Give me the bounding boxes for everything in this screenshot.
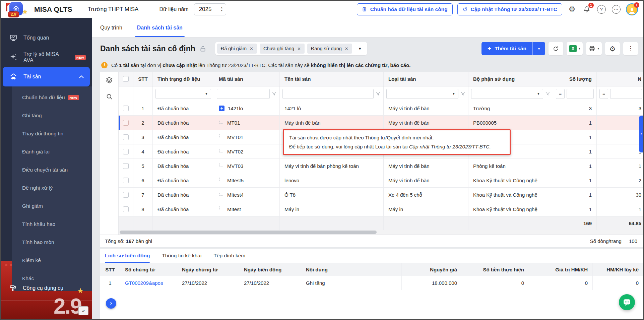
table-row[interactable]: 8 Đã chuẩn hóa MItest Máy in Máy in Khoa… (119, 202, 643, 216)
col-bo-phan[interactable]: Bộ phận sử dụng (468, 72, 553, 86)
more-actions-button[interactable]: ⋮ (623, 42, 638, 55)
tab-quy-trinh[interactable]: Quy trình (100, 18, 122, 37)
support-chat-button[interactable] (619, 294, 635, 310)
qty-filter-input[interactable] (567, 89, 594, 99)
layers-icon[interactable] (106, 76, 113, 84)
per-page-select[interactable]: 100 (629, 238, 637, 244)
col-stt[interactable]: STT (133, 72, 153, 86)
col-nguyen-gia[interactable]: N (597, 72, 643, 86)
col-so-luong[interactable]: Số lượng (553, 72, 597, 86)
expand-plus-icon[interactable]: + (219, 106, 224, 111)
print-button[interactable]: ▾ (586, 42, 602, 55)
dept-filter-select[interactable]: ▼ (471, 89, 543, 99)
chip-dropdown-icon[interactable]: ▼ (355, 47, 365, 51)
sidebar-item-cong-cu-dung-cu[interactable]: Công cụ dụng cụ (9, 284, 63, 292)
tab-lich-su-bien-dong[interactable]: Lịch sử biến động (105, 249, 150, 263)
settings-gear-icon[interactable]: ⚙ (567, 4, 577, 14)
tab-danh-sach-tai-san[interactable]: Danh sách tài sản (137, 18, 183, 37)
sidebar-subitem-tinh-khau-hao[interactable]: Tính khấu hao (12, 215, 92, 233)
table-row[interactable]: 6 Đã chuẩn hóa MItest5 lenovo Máy vi tín… (119, 173, 643, 188)
row-checkbox[interactable] (123, 120, 129, 126)
sidebar-subitem-thay-doi[interactable]: Thay đổi thông tin (12, 125, 92, 143)
sidebar-subitem-dieu-chuyen[interactable]: Điều chuyển tài sản (12, 161, 92, 179)
sidebar-subitem-kiem-ke[interactable]: Kiểm kê (12, 251, 92, 269)
history-row[interactable]: 1 GT000209&apos 27/10/2022 27/10/2022 Gh… (100, 276, 643, 290)
update-circular-button[interactable]: Cập nhật Thông tư 23/2023/TT-BTC (457, 3, 562, 15)
app-logo[interactable]: ★ 2.9 (6, 1, 29, 17)
row-checkbox[interactable] (123, 192, 129, 198)
sidebar-item-tro-ly-ava[interactable]: Trợ lý số MISA AVA NEW (1, 48, 92, 67)
filter-chip-chua-ghi-tang[interactable]: Chưa ghi tăng✕ (260, 44, 305, 54)
row-checkbox[interactable] (123, 206, 129, 212)
col-loai-tai-san[interactable]: Loại tài sản (384, 72, 468, 86)
tab-tep-dinh-kem[interactable]: Tệp đính kèm (213, 249, 245, 263)
cost-filter-input[interactable] (610, 89, 642, 99)
funnel-icon[interactable] (545, 91, 550, 96)
row-checkbox[interactable] (123, 163, 129, 169)
sidebar-item-tai-san[interactable]: Tài sản (3, 67, 90, 86)
unlock-icon[interactable] (199, 45, 206, 52)
sidebar-item-tong-quan[interactable]: Tổng quan (1, 28, 92, 48)
funnel-icon[interactable] (272, 91, 277, 96)
cell-cost: 1 (597, 159, 643, 173)
row-checkbox[interactable] (123, 149, 129, 154)
horizontal-scrollbar[interactable] (119, 230, 643, 235)
org-name[interactable]: Trường THPT MISA (88, 6, 139, 13)
export-excel-button[interactable]: X ▾ (567, 42, 583, 55)
sidebar-subitem-tinh-hao-mon[interactable]: Tính hao mòn (12, 233, 92, 251)
name-filter-input[interactable] (282, 89, 374, 99)
status-filter-select[interactable]: ▼ (155, 89, 211, 99)
expand-panel-button[interactable]: › (106, 298, 116, 309)
tooltip-circular-link[interactable]: Cập nhật Thông tư 23/2023/TT-BTC. (409, 144, 491, 149)
qty-operator-button[interactable]: = (556, 89, 565, 99)
col-ten-tai-san[interactable]: Tên tài sản (280, 72, 384, 86)
sidebar-subitem-chuan-hoa[interactable]: Chuẩn hóa dữ liệuNEW (12, 88, 92, 107)
user-avatar[interactable]: 1 (626, 3, 638, 15)
side-panel-toggle[interactable]: ‹ (639, 116, 643, 152)
print-dropdown-icon[interactable]: ▾ (597, 47, 599, 50)
row-checkbox[interactable] (123, 134, 129, 140)
filter-chip-dang-su-dung[interactable]: Đang sử dụng✕ (307, 44, 352, 54)
col-hmkh-luy-ke: HM/KH lũy kế (593, 263, 643, 276)
sidebar-subitem-ghi-tang[interactable]: Ghi tăng (12, 107, 92, 125)
table-row[interactable]: 1 Đã chuẩn hóa +1421lo 1421 lô Máy vi tí… (119, 101, 643, 116)
filter-chip-da-ghi-giam[interactable]: Đã ghi giảm✕ (217, 44, 257, 54)
spin-down-icon[interactable]: ▼ (220, 9, 223, 12)
chip-close-icon[interactable]: ✕ (345, 46, 348, 51)
row-checkbox[interactable] (123, 106, 129, 111)
more-menu-icon[interactable]: ⋯ (611, 4, 621, 14)
help-icon[interactable]: ? (596, 4, 606, 14)
spin-up-icon[interactable]: ▲ (220, 6, 223, 9)
table-row[interactable]: 5 Đã chuẩn hóa MVT03 Máy vi tính để bàn … (119, 159, 643, 173)
add-asset-button[interactable]: +Thêm tài sản (481, 42, 532, 55)
sidebar-subitem-ghi-giam[interactable]: Ghi giảm (12, 197, 92, 215)
code-filter-input[interactable] (217, 89, 270, 99)
standardize-data-button[interactable]: Chuẩn hóa dữ liệu tài sản công (357, 3, 453, 15)
funnel-icon[interactable] (460, 91, 465, 96)
refresh-button[interactable] (549, 42, 563, 55)
type-filter-select[interactable]: ▼ (386, 89, 458, 99)
sidebar-subitem-danh-gia-lai[interactable]: Đánh giá lại (12, 143, 92, 161)
document-link[interactable]: GT000209&apos (125, 280, 163, 286)
chip-close-icon[interactable]: ✕ (250, 46, 253, 51)
table-settings-button[interactable]: ⚙ (605, 42, 620, 55)
row-checkbox[interactable] (123, 178, 129, 183)
excel-dropdown-icon[interactable]: ▾ (579, 47, 580, 50)
funnel-icon[interactable] (376, 91, 381, 96)
col-ma-tai-san[interactable]: Mã tài sản (214, 72, 280, 86)
cost-operator-button[interactable]: = (599, 89, 608, 99)
search-icon[interactable] (106, 93, 113, 100)
sidebar-subitem-de-nghi-xu-ly[interactable]: Đề nghị xử lý (12, 179, 92, 197)
chip-close-icon[interactable]: ✕ (297, 46, 301, 51)
scrollbar-thumb[interactable] (120, 231, 377, 234)
year-spinner[interactable]: 2025 ▲ ▼ (194, 3, 226, 15)
col-tinh-trang[interactable]: Tình trạng dữ liệu (153, 72, 214, 86)
table-row[interactable]: 7 Đã chuẩn hóa MItest4 Ô Tô Xe 4 đến 5 c… (119, 188, 643, 202)
notifications-bell-icon[interactable]: 1 (582, 4, 592, 14)
tab-thong-tin-ke-khai[interactable]: Thông tin kê khai (162, 249, 201, 263)
spinner-arrows[interactable]: ▲ ▼ (220, 6, 223, 12)
add-asset-dropdown-icon[interactable]: ▾ (532, 42, 545, 55)
sidebar-collapse-button[interactable]: « (78, 306, 88, 315)
select-all-checkbox[interactable] (123, 76, 129, 82)
table-row-selected[interactable]: 2 Đã chuẩn hóa MT01 Máy tính để bàn Máy … (119, 116, 643, 130)
